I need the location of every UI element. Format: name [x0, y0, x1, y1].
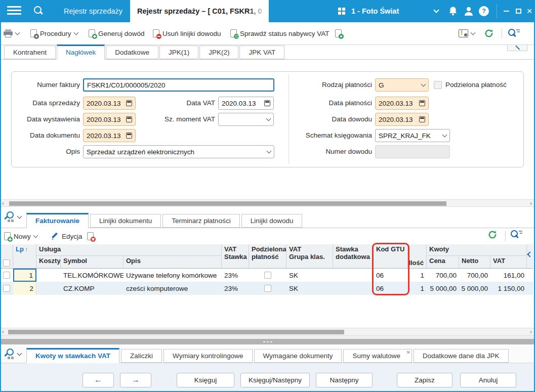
table-row[interactable]: 2 CZ.KOMP cześci komputerowe 23% SK 06 1…: [0, 282, 533, 295]
grid-horizontal-scrollbar[interactable]: ‹ ›: [0, 328, 535, 336]
user-profile-icon[interactable]: [464, 6, 474, 18]
help-icon[interactable]: ?: [479, 6, 489, 16]
calendar-icon[interactable]: [264, 100, 270, 106]
log-alert-button[interactable]: [459, 22, 475, 45]
col-usluga-group[interactable]: Usługa: [36, 244, 222, 256]
col-stawka-dodatkowa[interactable]: Stawkadodatkowa: [333, 244, 374, 268]
cell-koszty[interactable]: [36, 282, 61, 295]
close-tab-icon[interactable]: ✕: [406, 350, 410, 355]
print-button[interactable]: [4, 22, 19, 45]
tab-dodatkowe-dane-jpk[interactable]: Dodatkowe dane dla JPK: [414, 349, 509, 363]
grid-view-options[interactable]: [4, 211, 21, 223]
nastepny-button[interactable]: Następny: [316, 373, 373, 387]
data-sprzedazy-field[interactable]: 2020.03.13: [83, 97, 136, 110]
tab-naglowek[interactable]: Nagłówek: [57, 45, 105, 60]
tab-sumy-walutowe[interactable]: Sumy walutowe ✕: [343, 349, 412, 363]
cell-grupa[interactable]: SK: [286, 269, 333, 282]
tab-linijki-dokumentu[interactable]: Linijki dokumentu: [90, 214, 161, 228]
cell-opis[interactable]: Używane telefony komórkowe: [124, 269, 222, 282]
row-checkbox[interactable]: [3, 285, 10, 292]
close-button[interactable]: ×: [523, 0, 535, 22]
scroll-left-arrow[interactable]: ‹: [0, 200, 6, 206]
minimize-button[interactable]: [500, 0, 512, 22]
cell-cena[interactable]: 700,00: [427, 269, 459, 282]
opis-select[interactable]: Sprzedaż urządzeń elektronicznych: [83, 145, 274, 158]
notifications-bell-icon[interactable]: [448, 6, 458, 18]
cell-opis[interactable]: cześci komputerowe: [124, 282, 222, 295]
calendar-icon[interactable]: [419, 100, 425, 106]
cell-netto[interactable]: 5 000,00: [459, 282, 490, 295]
podzielona-cell-checkbox[interactable]: [264, 285, 271, 292]
company-chevron-down-icon[interactable]: [433, 7, 439, 13]
rodzaj-platnosci-select[interactable]: G: [375, 78, 429, 92]
sprawdz-status-vat-button[interactable]: Sprawdź status nabywcy VAT: [230, 22, 330, 45]
calendar-icon[interactable]: [126, 100, 132, 106]
col-podzielona-platnosc[interactable]: Podzielonapłatność: [249, 244, 286, 268]
col-symbol[interactable]: Symbol: [61, 256, 124, 268]
podzielona-cell-checkbox[interactable]: [264, 272, 271, 279]
scrollbar-thumb[interactable]: [9, 201, 446, 206]
row-checkbox[interactable]: [3, 272, 10, 279]
collapse-panel-handle[interactable]: [507, 45, 527, 51]
numer-faktury-input[interactable]: [83, 78, 274, 92]
cell-stawka[interactable]: 23%: [222, 282, 249, 295]
calendar-icon[interactable]: [126, 133, 132, 139]
scroll-right-arrow[interactable]: ›: [528, 328, 534, 335]
cell-dodatkowa[interactable]: [333, 282, 374, 295]
ksieguj-nastepny-button[interactable]: Księguj/Następny: [240, 373, 310, 387]
tab-linijki-dowodu[interactable]: Linijki dowodu: [241, 214, 303, 228]
tab-zaliczki[interactable]: Zaliczki: [121, 349, 162, 363]
cell-vat[interactable]: 1 150,00: [490, 282, 527, 295]
col-vat-grupa[interactable]: VATGrupa klas.: [286, 244, 333, 268]
tab-wymiary-kontrolingowe[interactable]: Wymiary kontrolingowe: [163, 349, 252, 363]
cell-lp[interactable]: 1: [13, 269, 36, 282]
document-tab-active[interactable]: Rejestr sprzedaży – [ C01, FSKR1, 0: [130, 0, 269, 22]
cell-symbol[interactable]: CZ.KOMP: [61, 282, 124, 295]
sz-moment-vat-select[interactable]: [218, 113, 274, 126]
col-netto[interactable]: Netto: [459, 256, 490, 268]
tab-jpk-vat[interactable]: JPK VAT: [239, 46, 284, 59]
nav-tab-rejestr-sprzedazy[interactable]: Rejestr sprzedaży: [53, 0, 134, 22]
grid-search-button[interactable]: [510, 227, 522, 243]
usun-button[interactable]: [87, 228, 94, 244]
cell-kod-gtu[interactable]: 06: [374, 269, 408, 282]
data-vat-field[interactable]: 2020.03.13: [218, 97, 274, 110]
col-lp[interactable]: Lp↑: [13, 244, 36, 268]
cell-grupa[interactable]: SK: [286, 282, 333, 295]
prev-record-button[interactable]: ←: [83, 373, 114, 387]
schemat-ksiegowania-select[interactable]: SPRZ_KRAJ_FK: [375, 129, 450, 142]
data-wystawienia-field[interactable]: 2020.03.13: [83, 113, 136, 126]
tab-wymagane-dokumenty[interactable]: Wymagane dokumenty: [254, 349, 342, 363]
company-selector-label[interactable]: 1 - Foto Świat: [351, 0, 399, 22]
tab-kwoty-w-stawkach-vat[interactable]: Kwoty w stawkach VAT: [26, 348, 119, 363]
calendar-icon[interactable]: [126, 116, 132, 122]
cell-dodatkowa[interactable]: [333, 269, 374, 282]
tab-kontrahent[interactable]: Kontrahent: [4, 46, 56, 59]
procedury-button[interactable]: Procedury: [30, 22, 78, 45]
cell-netto[interactable]: 700,00: [459, 269, 490, 282]
edycja-button[interactable]: Edycja: [51, 228, 83, 244]
search-icon[interactable]: [33, 6, 45, 17]
podzielona-platnosc-checkbox[interactable]: [434, 81, 442, 89]
document-settings-button[interactable]: [335, 22, 342, 45]
cell-ilosc[interactable]: 1: [408, 269, 427, 282]
grid-refresh-button[interactable]: [487, 227, 498, 243]
col-kod-gtu[interactable]: Kod GTU: [374, 244, 408, 268]
grid-view-options[interactable]: [4, 349, 21, 360]
scroll-right-arrow[interactable]: ›: [528, 200, 534, 206]
generuj-dowod-button[interactable]: Generuj dowód: [89, 22, 145, 45]
tab-dodatkowe[interactable]: Dodatkowe: [106, 46, 158, 59]
col-opis[interactable]: Opis: [124, 256, 222, 268]
tab-jpk2[interactable]: JPK(2): [199, 46, 238, 59]
tab-terminarz-platnosci[interactable]: Terminarz płatności: [162, 214, 239, 228]
calendar-icon[interactable]: [419, 116, 425, 122]
cell-koszty[interactable]: [36, 269, 61, 282]
panel-splitter-handle[interactable]: [0, 339, 535, 344]
apps-grid-icon[interactable]: [338, 8, 345, 15]
cell-ilosc[interactable]: 1: [408, 282, 427, 295]
cell-stawka[interactable]: 23%: [222, 269, 249, 282]
usun-linijki-button[interactable]: Usuń linijki dowodu: [153, 22, 221, 45]
cell-cena[interactable]: 5 000,00: [427, 282, 459, 295]
data-dowodu-field[interactable]: 2020.03.13: [375, 113, 429, 126]
refresh-button[interactable]: [484, 22, 494, 45]
